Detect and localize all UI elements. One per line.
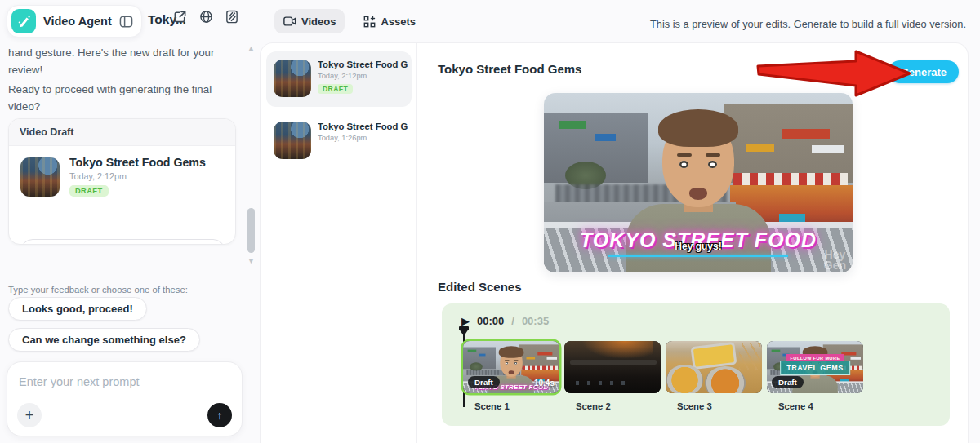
tab-videos-label: Videos [301,16,336,28]
globe-icon[interactable] [199,10,213,24]
video-list-item-2[interactable]: Tokyo Street Food G... Today, 1:26pm [266,113,412,162]
suggestions-label: Type your feedback or choose one of thes… [8,285,188,295]
scenery-sign [812,145,844,153]
tab-assets[interactable]: Assets [354,9,425,33]
presenter-eye [708,161,717,168]
edited-scenes-heading: Edited Scenes [438,280,522,294]
video-frame: TOKYO STREET FOOD Hey guys! HeyGen [544,93,853,272]
video-timestamp: Today, 1:26pm [318,134,412,142]
panel-toggle-icon[interactable] [119,15,133,29]
attach-button[interactable]: + [17,403,42,427]
chat-scrollbar-thumb[interactable] [247,208,255,253]
generate-button[interactable]: Generate [889,60,959,83]
prompt-box: + ↑ [7,361,243,436]
play-icon[interactable]: ▶ [461,316,470,326]
video-caption: Hey guys! [544,241,853,252]
scene-draft-badge: Draft [468,376,500,388]
up-arrow-icon: ↑ [217,409,223,422]
assets-icon [363,16,376,28]
pen-icon [17,15,31,29]
scene-overlay-title: TRAVEL GEMS [780,361,850,375]
draft-video-title: Tokyo Street Food Gems [69,156,224,169]
scene-2-label: Scene 2 [576,401,611,411]
chat-message: hand gesture. Here's the new draft for y… [8,45,241,78]
send-button[interactable]: ↑ [207,403,232,427]
preview-area: Tokyo Street Food Gems Generate [417,43,968,443]
presenter-eyebrow [706,153,720,157]
video-status-badge: DRAFT [318,84,353,94]
total-time: 00:35 [522,315,549,327]
view-tabs: Videos Assets [274,9,425,33]
video-preview[interactable]: TOKYO STREET FOOD Hey guys! HeyGen [544,93,853,272]
view-button[interactable]: View [20,239,225,245]
plus-icon: + [25,407,34,424]
scene-2-frame [564,341,661,393]
chat-scroll-up-icon[interactable]: ▲ [247,44,255,52]
scene-3-thumbnail[interactable] [666,341,762,393]
preview-title: Tokyo Street Food Gems [438,62,581,76]
current-time: 00:00 [477,315,504,327]
scenery-sign [782,129,830,139]
header-toolbar [173,10,238,24]
video-title: Tokyo Street Food G... [318,60,408,69]
video-list-item-1[interactable]: Tokyo Street Food G... Today, 2:12pm DRA… [266,51,412,107]
tab-assets-label: Assets [381,16,416,28]
suggestion-change-button[interactable]: Can we change something else? [8,328,200,352]
chat-message: Ready to proceed with generating the fin… [8,82,241,115]
draft-video-timestamp: Today, 2:12pm [69,171,224,181]
app-logo-pill: Video Agent [7,5,142,38]
scene-duration: 10.4s [534,379,555,388]
presenter-hair [658,109,738,147]
video-list: Tokyo Street Food G... Today, 2:12pm DRA… [261,43,417,443]
scene-1-thumbnail[interactable]: TOKYO STREET FOOD Draft 10.4s [463,341,559,393]
scenery-sign [595,134,616,141]
prompt-input[interactable] [19,372,227,392]
video-thumbnail [274,122,311,159]
draft-video-thumbnail [20,157,60,197]
scene-4-label: Scene 4 [778,401,813,411]
draft-status-badge: DRAFT [69,185,109,197]
video-thumbnail [274,60,311,97]
video-caption-underline [608,255,787,257]
tab-videos[interactable]: Videos [274,9,345,33]
time-separator: / [511,315,514,327]
scene-1-label: Scene 1 [474,401,510,411]
notes-icon[interactable] [225,10,238,24]
scene-3-label: Scene 3 [677,401,712,411]
scenery-sign [746,144,774,152]
video-draft-card: Video Draft Tokyo Street Food Gems Today… [8,118,236,245]
draft-card-title: Video Draft [9,119,235,146]
videos-icon [283,16,296,27]
scene-3-frame [666,341,762,393]
presenter-mouth [689,188,707,200]
app-window: Video Agent Toky... [0,0,980,443]
main-panel: Tokyo Street Food G... Today, 2:12pm DRA… [260,42,969,443]
scene-draft-badge: Draft [772,376,804,388]
draft-card-body: Tokyo Street Food Gems Today, 2:12pm DRA… [9,146,235,197]
video-timestamp: Today, 2:12pm [318,72,412,80]
suggestion-looks-good-button[interactable]: Looks good, proceed! [8,297,147,321]
presenter-eye [679,161,688,168]
scene-4-thumbnail[interactable]: FOLLOW FOR MORE TRAVEL GEMS Draft [767,341,863,393]
chat-scroll-down-icon[interactable]: ▼ [247,257,255,265]
watermark: HeyGen [824,250,846,271]
scenery-sign [559,121,586,129]
video-agent-logo [11,9,36,33]
preview-note: This is a preview of your edits. Generat… [650,18,966,30]
player-controls: ▶ 00:00 / 00:35 [461,315,549,327]
scene-2-thumbnail[interactable] [564,341,661,393]
scenes-timeline-panel: ▶ 00:00 / 00:35 [442,303,950,426]
app-name: Video Agent [43,15,112,28]
open-external-icon[interactable] [173,10,187,24]
video-title: Tokyo Street Food G... [318,122,408,131]
scenery-buildings-right [724,104,853,183]
presenter-eyebrow [677,153,692,157]
